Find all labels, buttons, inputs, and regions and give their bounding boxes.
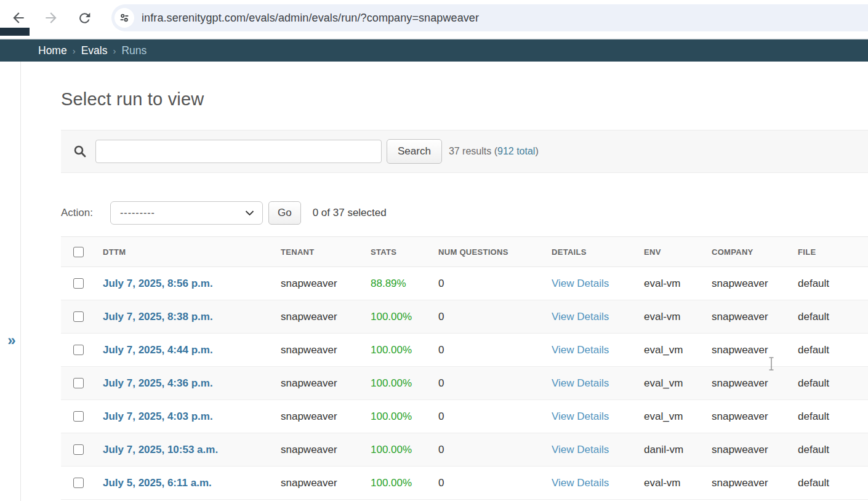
file-value: default — [798, 377, 829, 389]
breadcrumb: Home › Evals › Runs — [0, 39, 868, 62]
env-value: eval_vm — [644, 344, 683, 356]
row-checkbox[interactable] — [73, 478, 84, 488]
run-dttm-link[interactable]: July 7, 2025, 10:53 a.m. — [103, 444, 218, 455]
table-body: July 7, 2025, 8:56 p.m. snapweaver 88.89… — [61, 267, 868, 500]
file-value: default — [798, 477, 829, 489]
row-checkbox[interactable] — [73, 345, 84, 355]
site-settings-button[interactable] — [115, 8, 134, 28]
browser-back-button[interactable] — [10, 9, 27, 26]
run-dttm-link[interactable]: July 7, 2025, 8:56 p.m. — [103, 278, 213, 289]
row-checkbox-cell — [61, 300, 97, 334]
row-checkbox-cell — [61, 367, 97, 400]
company-value: snapweaver — [712, 278, 768, 289]
forward-arrow-icon — [43, 10, 59, 26]
tenant-value: snapweaver — [281, 444, 337, 455]
go-button[interactable]: Go — [268, 201, 301, 225]
company-value: snapweaver — [712, 444, 768, 455]
row-checkbox-cell — [61, 433, 97, 467]
env-value: eval_vm — [644, 411, 683, 422]
actions-bar: Action: --------- Go 0 of 37 selected — [61, 201, 868, 225]
run-dttm-link[interactable]: July 5, 2025, 6:11 a.m. — [103, 477, 212, 489]
sidebar-toggle-button[interactable]: » — [4, 331, 20, 350]
num-questions-value: 0 — [438, 444, 444, 455]
url-text[interactable]: infra.serenitygpt.com/evals/admin/evals/… — [142, 12, 479, 25]
file-value: default — [798, 278, 829, 289]
select-all-checkbox[interactable] — [73, 247, 84, 257]
tenant-value: snapweaver — [281, 278, 337, 289]
row-checkbox[interactable] — [73, 411, 84, 422]
browser-forward-button[interactable] — [42, 9, 60, 26]
stats-value: 88.89% — [371, 278, 406, 289]
company-value: snapweaver — [712, 477, 768, 489]
breadcrumb-current-runs: Runs — [121, 44, 147, 57]
results-prefix: 37 results ( — [449, 146, 497, 156]
num-questions-value: 0 — [438, 344, 444, 356]
tune-icon — [119, 12, 130, 23]
column-header-stats: STATS — [364, 237, 432, 267]
view-details-link[interactable]: View Details — [552, 278, 609, 289]
breadcrumb-evals-link[interactable]: Evals — [81, 44, 108, 57]
stats-value: 100.00% — [371, 411, 412, 422]
row-checkbox-cell — [61, 400, 97, 433]
file-value: default — [798, 311, 829, 323]
search-toolbar: Search 37 results (912 total) — [61, 130, 868, 173]
tenant-value: snapweaver — [281, 477, 337, 489]
stats-value: 100.00% — [371, 311, 412, 323]
address-bar[interactable]: infra.serenitygpt.com/evals/admin/evals/… — [111, 4, 868, 31]
run-dttm-link[interactable]: July 7, 2025, 4:03 p.m. — [103, 411, 213, 422]
show-all-link[interactable]: 912 total — [497, 146, 535, 156]
view-details-link[interactable]: View Details — [552, 344, 609, 356]
company-value: snapweaver — [712, 377, 768, 389]
table-row: July 7, 2025, 4:36 p.m. snapweaver 100.0… — [61, 367, 868, 400]
content-frame: Select run to view Search 37 results (91… — [20, 62, 868, 501]
env-value: eval_vm — [644, 377, 683, 389]
num-questions-value: 0 — [438, 377, 444, 389]
main-content: Select run to view Search 37 results (91… — [21, 89, 868, 500]
row-checkbox[interactable] — [73, 278, 84, 289]
selection-status: 0 of 37 selected — [313, 207, 387, 219]
results-suffix: ) — [535, 146, 538, 156]
search-input[interactable] — [95, 140, 382, 163]
row-checkbox[interactable] — [73, 378, 84, 388]
env-value: danil-vm — [644, 444, 683, 455]
row-checkbox[interactable] — [73, 444, 84, 455]
company-value: snapweaver — [712, 411, 768, 422]
table-row: July 7, 2025, 4:03 p.m. snapweaver 100.0… — [61, 400, 868, 433]
column-header-dttm: DTTM — [97, 237, 275, 267]
run-dttm-link[interactable]: July 7, 2025, 8:38 p.m. — [103, 311, 213, 323]
env-value: eval-vm — [644, 278, 681, 289]
company-value: snapweaver — [712, 344, 768, 356]
column-header-num-questions: NUM QUESTIONS — [432, 237, 545, 267]
header-remnant — [0, 28, 30, 36]
tenant-value: snapweaver — [281, 377, 337, 389]
run-dttm-link[interactable]: July 7, 2025, 4:36 p.m. — [103, 377, 213, 389]
view-details-link[interactable]: View Details — [552, 477, 609, 489]
env-value: eval-vm — [644, 311, 681, 323]
file-value: default — [798, 444, 829, 455]
view-details-link[interactable]: View Details — [552, 377, 609, 389]
tenant-value: snapweaver — [281, 311, 337, 323]
search-button[interactable]: Search — [387, 139, 442, 164]
row-checkbox[interactable] — [73, 311, 84, 322]
chevron-down-icon — [245, 210, 254, 216]
results-count: 37 results (912 total) — [449, 146, 539, 157]
table-header-row: DTTMTENANTSTATSNUM QUESTIONSDETAILSENVCO… — [61, 237, 868, 267]
page-title: Select run to view — [61, 89, 868, 110]
action-select[interactable]: --------- — [110, 201, 263, 225]
view-details-link[interactable]: View Details — [552, 411, 609, 422]
view-details-link[interactable]: View Details — [552, 311, 609, 323]
action-label: Action: — [61, 207, 93, 219]
breadcrumb-separator: › — [113, 46, 116, 56]
view-details-link[interactable]: View Details — [552, 444, 609, 455]
action-selected-option: --------- — [120, 207, 155, 218]
breadcrumb-home-link[interactable]: Home — [38, 44, 67, 57]
stats-value: 100.00% — [371, 477, 412, 489]
num-questions-value: 0 — [438, 278, 444, 289]
table-row: July 7, 2025, 8:56 p.m. snapweaver 88.89… — [61, 267, 868, 300]
stats-value: 100.00% — [371, 344, 412, 356]
browser-toolbar: infra.serenitygpt.com/evals/admin/evals/… — [0, 0, 868, 39]
browser-reload-button[interactable] — [76, 9, 93, 26]
company-value: snapweaver — [712, 311, 768, 323]
run-dttm-link[interactable]: July 7, 2025, 4:44 p.m. — [103, 344, 213, 356]
tenant-value: snapweaver — [281, 344, 337, 356]
